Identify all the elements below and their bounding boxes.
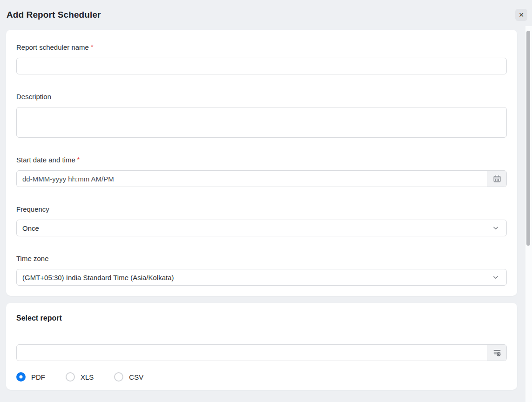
- required-asterisk: *: [91, 42, 93, 52]
- timezone-selected-value: (GMT+05:30) India Standard Time (Asia/Ko…: [22, 274, 174, 281]
- dialog-header: Add Report Scheduler: [0, 0, 532, 30]
- scrollbar-thumb[interactable]: [526, 31, 530, 246]
- field-start-datetime: Start date and time *: [16, 155, 507, 187]
- add-report-scheduler-dialog: { "header": { "title": "Add Report Sched…: [0, 0, 532, 402]
- calendar-icon: [493, 174, 501, 183]
- scheduler-name-input[interactable]: [16, 58, 507, 74]
- radio-pdf-label: PDF: [31, 373, 45, 381]
- field-frequency: Frequency Once: [16, 205, 507, 236]
- select-report-body: PDF XLS CSV: [6, 332, 517, 390]
- timezone-select[interactable]: (GMT+05:30) India Standard Time (Asia/Ko…: [16, 269, 507, 286]
- required-asterisk: *: [77, 155, 80, 164]
- field-description: Description: [16, 92, 507, 138]
- radio-csv[interactable]: CSV: [114, 372, 143, 382]
- frequency-label: Frequency: [16, 205, 507, 214]
- radio-xls-label: XLS: [81, 373, 94, 381]
- scheduler-form-card: Report scheduler name * Description Star…: [6, 30, 517, 296]
- scheduler-name-label: Report scheduler name *: [16, 43, 507, 52]
- field-scheduler-name: Report scheduler name *: [16, 43, 507, 74]
- calendar-picker-button[interactable]: [487, 171, 506, 187]
- frequency-selected-value: Once: [22, 224, 39, 232]
- scrollbar[interactable]: [525, 26, 532, 402]
- page-title: Add Report Scheduler: [7, 10, 101, 20]
- close-button[interactable]: ✕: [515, 9, 527, 21]
- radio-xls[interactable]: XLS: [66, 372, 94, 382]
- select-report-card: Select report: [6, 303, 517, 390]
- chevron-down-icon: [492, 225, 499, 231]
- start-datetime-input-group: [16, 170, 507, 187]
- timezone-label: Time zone: [16, 254, 507, 263]
- chevron-down-icon: [492, 274, 499, 281]
- description-textarea[interactable]: [16, 107, 507, 138]
- start-datetime-label: Start date and time *: [16, 155, 507, 165]
- field-timezone: Time zone (GMT+05:30) India Standard Tim…: [16, 254, 507, 286]
- select-report-title: Select report: [6, 303, 517, 332]
- radio-xls-control[interactable]: [66, 372, 75, 382]
- close-icon: ✕: [519, 12, 524, 18]
- description-label: Description: [16, 92, 507, 101]
- frequency-select[interactable]: Once: [16, 220, 507, 236]
- radio-pdf-control[interactable]: [16, 372, 26, 382]
- report-search-input[interactable]: [17, 345, 487, 361]
- report-search-input-group: [16, 344, 507, 361]
- radio-csv-label: CSV: [129, 373, 143, 381]
- export-format-radio-group: PDF XLS CSV: [16, 372, 507, 382]
- radio-csv-control[interactable]: [114, 372, 123, 382]
- start-datetime-input[interactable]: [17, 171, 487, 187]
- list-picker-icon: [492, 348, 502, 357]
- radio-pdf[interactable]: PDF: [16, 372, 45, 382]
- report-picker-button[interactable]: [487, 345, 506, 361]
